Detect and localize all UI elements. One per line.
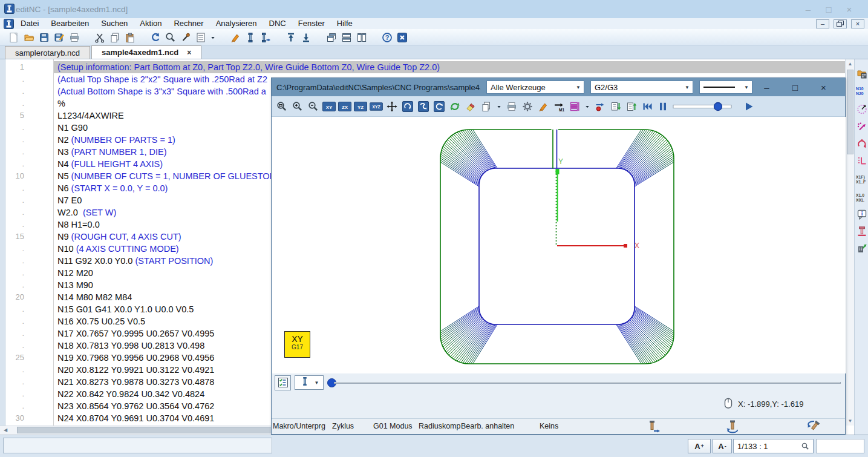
copy-button[interactable] bbox=[108, 31, 122, 44]
step-back-button[interactable] bbox=[625, 100, 638, 113]
close-button[interactable]: × bbox=[839, 4, 860, 15]
format-decimal-icon[interactable]: X1.0X01. bbox=[855, 190, 868, 205]
copy-image-button[interactable] bbox=[480, 100, 493, 113]
goto-pin-button[interactable] bbox=[179, 31, 192, 44]
speed-slider[interactable] bbox=[672, 100, 740, 113]
print-image-button[interactable] bbox=[505, 100, 518, 113]
tile-horizontal-button[interactable] bbox=[340, 31, 353, 44]
wire-tool-button[interactable] bbox=[244, 31, 257, 44]
wire-display-dropdown[interactable]: ▼ bbox=[295, 375, 324, 390]
zoom-ratio-field[interactable]: 1/133 : 1 bbox=[733, 439, 814, 453]
line-style-dropdown[interactable]: ▼ bbox=[699, 81, 752, 94]
view-xyz-button[interactable]: XYZ bbox=[370, 100, 383, 113]
save-button[interactable] bbox=[38, 31, 51, 44]
tool-library-icon[interactable] bbox=[855, 67, 868, 81]
tile-vertical-button[interactable] bbox=[355, 31, 368, 44]
menu-datei[interactable]: Datei bbox=[15, 18, 45, 29]
search-button[interactable] bbox=[164, 31, 177, 44]
wire-step-button[interactable] bbox=[259, 31, 272, 44]
maximize-button[interactable]: □ bbox=[818, 4, 839, 15]
block-numbers-dropdown[interactable] bbox=[209, 31, 217, 44]
block-filter-button[interactable] bbox=[568, 100, 581, 113]
block-numbers-button[interactable] bbox=[194, 31, 207, 44]
menu-aktion[interactable]: Aktion bbox=[134, 18, 168, 29]
tab-samplerotaryb[interactable]: samplerotaryb.ncd bbox=[5, 46, 90, 59]
pan-button[interactable] bbox=[385, 100, 399, 113]
progress-slider-track[interactable] bbox=[334, 382, 841, 384]
scroll-down-icon[interactable]: ▼ bbox=[846, 416, 855, 426]
new-file-button[interactable] bbox=[7, 31, 21, 44]
menu-hilfe[interactable]: Hilfe bbox=[331, 18, 359, 29]
run-to-point-button[interactable] bbox=[593, 100, 607, 113]
undo-button[interactable] bbox=[149, 31, 162, 44]
rotate-y-button[interactable] bbox=[417, 100, 430, 113]
rotate-shape-icon[interactable] bbox=[855, 137, 868, 151]
scroll-up-icon[interactable]: ▲ bbox=[846, 59, 855, 68]
minimize-button[interactable]: – bbox=[798, 4, 818, 15]
block-filter-dropdown[interactable] bbox=[584, 100, 591, 113]
post-to-machine-icon[interactable] bbox=[855, 241, 868, 255]
wire-settings-icon[interactable] bbox=[855, 224, 868, 238]
go-top-button[interactable] bbox=[284, 31, 298, 44]
redraw-button[interactable] bbox=[448, 100, 462, 113]
menu-dnc[interactable]: DNC bbox=[263, 18, 292, 29]
tab-close-icon[interactable]: × bbox=[187, 48, 191, 57]
scroll-left-icon[interactable]: ◀ bbox=[1, 426, 10, 435]
graphics-maximize-button[interactable]: □ bbox=[781, 82, 809, 93]
backplot-canvas[interactable]: XY XY G17 bbox=[272, 117, 846, 373]
print-button[interactable] bbox=[68, 31, 81, 44]
pause-button[interactable] bbox=[656, 100, 670, 113]
settings-button[interactable] bbox=[521, 100, 534, 113]
renumber-blocks-icon[interactable]: N10N20 bbox=[855, 84, 868, 98]
font-decrease-button[interactable]: A- bbox=[713, 439, 732, 453]
tab-sample4axedm1[interactable]: sample4axedm1.ncd × bbox=[91, 45, 201, 59]
font-increase-button[interactable]: A+ bbox=[688, 439, 711, 453]
rotate-z-button[interactable] bbox=[432, 100, 446, 113]
vertical-scroll-thumb[interactable] bbox=[847, 70, 853, 154]
help-button[interactable]: ? bbox=[380, 31, 394, 44]
menu-bearbeiten[interactable]: Bearbeiten bbox=[45, 18, 95, 29]
step-forward-button[interactable] bbox=[609, 100, 622, 113]
plot-tool-button[interactable] bbox=[537, 100, 550, 113]
erase-button[interactable] bbox=[464, 100, 477, 113]
menu-analysieren[interactable]: Analysieren bbox=[210, 18, 263, 29]
format-address-icon[interactable]: X1F)X1_F bbox=[855, 172, 868, 186]
paste-button[interactable] bbox=[123, 31, 137, 44]
menu-fenster[interactable]: Fenster bbox=[292, 18, 331, 29]
cut-button[interactable] bbox=[93, 31, 106, 44]
open-file-button[interactable] bbox=[22, 31, 36, 44]
menu-suchen[interactable]: Suchen bbox=[95, 18, 134, 29]
copy-image-dropdown[interactable] bbox=[495, 100, 503, 113]
code-line[interactable]: 1(Setup information: Part Bottom at Z0, … bbox=[0, 61, 845, 73]
tool-filter-dropdown[interactable]: Alle Werkzeuge ▼ bbox=[486, 81, 584, 94]
graphics-close-button[interactable]: × bbox=[809, 82, 838, 93]
cascade-windows-button[interactable] bbox=[325, 31, 338, 44]
view-yz-button[interactable]: YZ bbox=[354, 100, 367, 113]
run-to-m1-button[interactable]: M1 bbox=[552, 100, 566, 113]
info-icon[interactable]: i bbox=[855, 207, 868, 222]
graphics-title-bar[interactable]: C:\ProgramData\editNC\Samples\CNC Progra… bbox=[272, 78, 845, 96]
zoom-in-button[interactable] bbox=[291, 100, 304, 113]
zoom-out-button[interactable] bbox=[307, 100, 320, 113]
translate-points-icon[interactable] bbox=[855, 120, 868, 134]
mdi-close-button[interactable]: × bbox=[851, 19, 864, 28]
mdi-restore-button[interactable] bbox=[834, 19, 847, 28]
move-filter-dropdown[interactable]: G2/G3 ▼ bbox=[590, 81, 693, 94]
play-button[interactable] bbox=[742, 100, 755, 113]
backplot-button[interactable] bbox=[229, 31, 242, 44]
zoom-window-button[interactable] bbox=[275, 100, 289, 113]
rotate-x-button[interactable] bbox=[401, 100, 414, 113]
save-as-button[interactable] bbox=[53, 31, 66, 44]
mdi-minimize-button[interactable]: – bbox=[816, 19, 829, 28]
go-start-button[interactable] bbox=[641, 100, 654, 113]
editor-vertical-scrollbar[interactable]: ▲ ▼ bbox=[845, 59, 854, 426]
go-bottom-button[interactable] bbox=[299, 31, 313, 44]
dial-settings-icon[interactable] bbox=[855, 102, 868, 116]
graphics-minimize-button[interactable]: – bbox=[752, 82, 781, 93]
mirror-shape-icon[interactable] bbox=[855, 154, 868, 168]
view-zx-button[interactable]: ZX bbox=[338, 100, 351, 113]
exit-button[interactable] bbox=[396, 31, 409, 44]
view-xy-button[interactable]: XY bbox=[322, 100, 336, 113]
verify-list-button[interactable] bbox=[275, 375, 291, 390]
menu-rechner[interactable]: Rechner bbox=[168, 18, 209, 29]
